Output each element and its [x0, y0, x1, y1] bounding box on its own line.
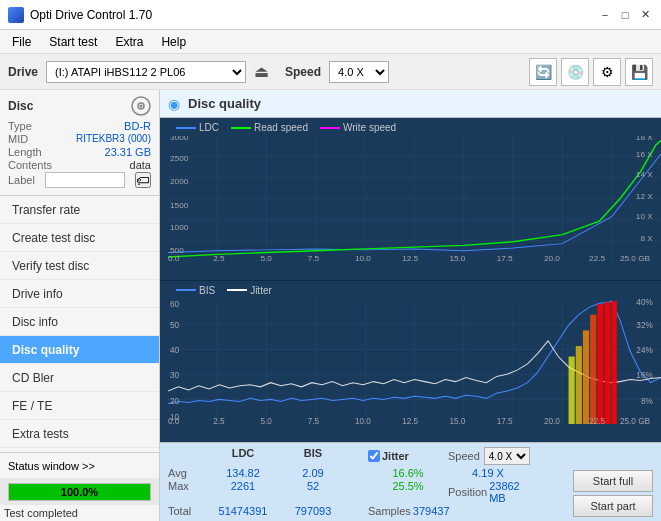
- position-area: Position 23862 MB: [448, 480, 528, 504]
- stats-layout: LDC BIS Jitter Speed 4.0 X: [168, 447, 653, 517]
- svg-rect-58: [590, 314, 596, 424]
- status-window-button[interactable]: Status window >>: [0, 453, 159, 479]
- start-full-button[interactable]: Start full: [573, 470, 653, 492]
- svg-text:8 X: 8 X: [640, 234, 652, 242]
- avg-label: Avg: [168, 467, 208, 479]
- svg-text:10.0: 10.0: [355, 416, 371, 424]
- svg-text:1000: 1000: [170, 224, 188, 232]
- maximize-button[interactable]: □: [617, 7, 633, 23]
- svg-text:16%: 16%: [636, 370, 653, 380]
- app-icon: [8, 7, 24, 23]
- cd-bler-label: CD Bler: [12, 371, 54, 385]
- drive-select[interactable]: (I:) ATAPI iHBS112 2 PL06: [46, 61, 246, 83]
- disc-length-key: Length: [8, 146, 42, 158]
- title-bar-controls: − □ ✕: [597, 7, 653, 23]
- disc-label-input[interactable]: [45, 172, 125, 188]
- svg-rect-55: [569, 356, 575, 424]
- status-window-label: Status window >>: [8, 460, 95, 472]
- max-empty: [348, 480, 368, 504]
- svg-text:7.5: 7.5: [308, 255, 319, 262]
- avg-speed: 4.19 X: [448, 467, 528, 479]
- speed-header-select[interactable]: 4.0 X: [484, 447, 530, 465]
- extra-tests-label: Extra tests: [12, 427, 69, 441]
- speed-header-area: Speed 4.0 X: [448, 447, 528, 465]
- svg-rect-60: [605, 302, 611, 424]
- speed-label: Speed: [285, 65, 321, 79]
- sidebar-item-extra-tests[interactable]: Extra tests: [0, 420, 159, 448]
- main-layout: Disc Type BD-R MID RITEKBR3 (000) Lengt: [0, 90, 661, 521]
- sidebar-item-drive-info[interactable]: Drive info: [0, 280, 159, 308]
- svg-rect-56: [576, 346, 582, 424]
- sidebar-item-cd-bler[interactable]: CD Bler: [0, 364, 159, 392]
- svg-text:20: 20: [170, 395, 180, 405]
- sidebar-item-verify-test-disc[interactable]: Verify test disc: [0, 252, 159, 280]
- disc-mid-key: MID: [8, 133, 28, 145]
- menu-bar: File Start test Extra Help: [0, 30, 661, 54]
- sidebar-item-create-test-disc[interactable]: Create test disc: [0, 224, 159, 252]
- menu-start-test[interactable]: Start test: [41, 33, 105, 51]
- jitter-header-area: Jitter: [368, 447, 448, 465]
- menu-extra[interactable]: Extra: [107, 33, 151, 51]
- avg-empty: [348, 467, 368, 479]
- max-row: Max 2261 52 25.5% Position 23862 MB: [168, 480, 557, 504]
- max-bis: 52: [278, 480, 348, 504]
- svg-text:40: 40: [170, 345, 180, 355]
- refresh-button[interactable]: 🔄: [529, 58, 557, 86]
- content-title: Disc quality: [188, 96, 261, 111]
- avg-ldc: 134.82: [208, 467, 278, 479]
- disc-label-icon-button[interactable]: 🏷: [135, 172, 151, 188]
- save-button[interactable]: 💾: [625, 58, 653, 86]
- svg-text:22.5: 22.5: [589, 255, 605, 262]
- svg-text:20.0: 20.0: [544, 255, 560, 262]
- svg-text:2000: 2000: [170, 178, 188, 186]
- settings-button[interactable]: ⚙: [593, 58, 621, 86]
- status-section: Status window >> 100.0% Test completed: [0, 452, 159, 521]
- svg-text:32%: 32%: [636, 320, 653, 330]
- write-speed-legend: Write speed: [320, 122, 396, 133]
- close-button[interactable]: ✕: [637, 7, 653, 23]
- max-jitter: 25.5%: [368, 480, 448, 504]
- disc-label-row: Label 🏷: [8, 172, 151, 188]
- disc-type-value: BD-R: [124, 120, 151, 132]
- sidebar: Disc Type BD-R MID RITEKBR3 (000) Lengt: [0, 90, 160, 521]
- progress-bar: 100.0%: [8, 483, 151, 501]
- svg-text:24%: 24%: [636, 345, 653, 355]
- svg-text:25.0 GB: 25.0 GB: [620, 255, 650, 262]
- disc-info-panel: Disc Type BD-R MID RITEKBR3 (000) Lengt: [0, 90, 159, 196]
- eject-icon[interactable]: ⏏: [254, 62, 269, 81]
- menu-file[interactable]: File: [4, 33, 39, 51]
- disc-icon: [131, 96, 151, 116]
- fe-te-label: FE / TE: [12, 399, 52, 413]
- ldc-legend: LDC: [176, 122, 219, 133]
- sidebar-item-disc-quality[interactable]: Disc quality: [0, 336, 159, 364]
- samples-area: Samples 379437: [368, 505, 448, 517]
- start-part-button[interactable]: Start part: [573, 495, 653, 517]
- menu-help[interactable]: Help: [153, 33, 194, 51]
- title-bar-left: Opti Drive Control 1.70: [8, 7, 152, 23]
- sidebar-item-fe-te[interactable]: FE / TE: [0, 392, 159, 420]
- disc-contents-key: Contents: [8, 159, 52, 171]
- content-area: ◉ Disc quality LDC Read speed: [160, 90, 661, 521]
- jitter-checkbox[interactable]: [368, 450, 380, 462]
- write-speed-label: Write speed: [343, 122, 396, 133]
- disc-quality-icon: ◉: [168, 96, 180, 112]
- create-test-disc-label: Create test disc: [12, 231, 95, 245]
- svg-text:3000: 3000: [170, 136, 188, 142]
- verify-test-disc-label: Verify test disc: [12, 259, 89, 273]
- ldc-label: LDC: [199, 122, 219, 133]
- ldc-color: [176, 127, 196, 129]
- speed-select[interactable]: 4.0 X: [329, 61, 389, 83]
- svg-text:12.5: 12.5: [402, 255, 418, 262]
- sidebar-item-disc-info[interactable]: Disc info: [0, 308, 159, 336]
- sidebar-item-transfer-rate[interactable]: Transfer rate: [0, 196, 159, 224]
- action-buttons: Start full Start part: [573, 447, 653, 517]
- read-speed-legend: Read speed: [231, 122, 308, 133]
- svg-text:30: 30: [170, 370, 180, 380]
- charts-area: LDC Read speed Write speed: [160, 118, 661, 442]
- minimize-button[interactable]: −: [597, 7, 613, 23]
- title-bar: Opti Drive Control 1.70 − □ ✕: [0, 0, 661, 30]
- disc-type-row: Type BD-R: [8, 120, 151, 132]
- svg-text:5.0: 5.0: [260, 416, 272, 424]
- disc-button[interactable]: 💿: [561, 58, 589, 86]
- top-chart-svg: 18 X 16 X 14 X 12 X 10 X 8 X 3000 2500 2…: [168, 136, 661, 262]
